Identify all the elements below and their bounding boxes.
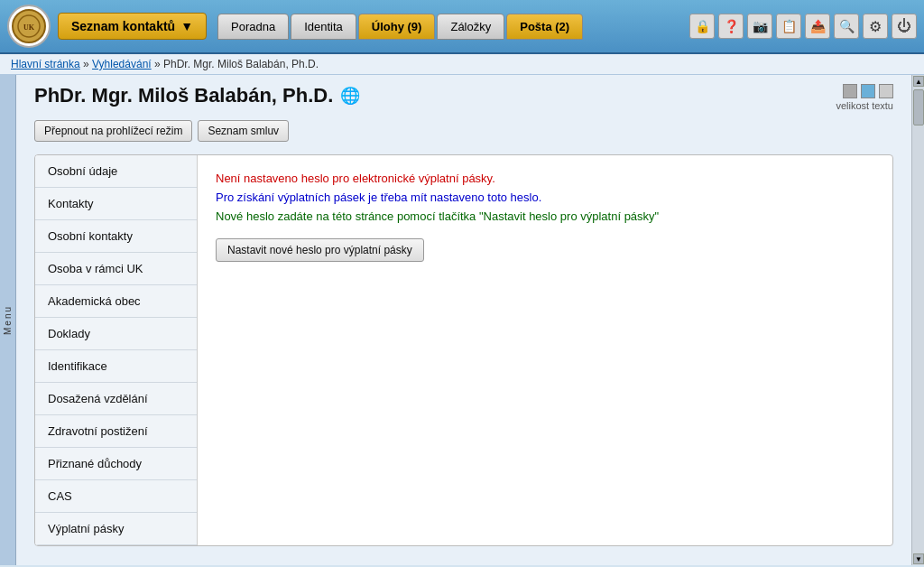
nav-item-zdravotni-postizeni[interactable]: Zdravotní postižení (35, 415, 197, 448)
search-icon[interactable]: 🔍 (834, 14, 859, 39)
tab-posta[interactable]: Pošta (2) (506, 14, 583, 40)
nav-item-kontakty[interactable]: Kontakty (35, 188, 197, 220)
header: UK Seznam kontaktů ▼ Poradna Identita Úl… (0, 0, 924, 54)
nav-item-osobni-kontakty[interactable]: Osobní kontakty (35, 220, 197, 253)
nav-item-doklady[interactable]: Doklady (35, 318, 197, 350)
nav-item-osoba-uk[interactable]: Osoba v rámci UK (35, 253, 197, 285)
gear-icon[interactable]: ⚙ (863, 14, 888, 39)
tab-identita[interactable]: Identita (291, 14, 356, 40)
set-password-button[interactable]: Nastavit nové heslo pro výplatní pásky (216, 238, 424, 262)
scrollbar-thumb[interactable] (913, 89, 924, 125)
right-content: Není nastaveno heslo pro elektronické vý… (198, 155, 892, 545)
menu-label: Seznam kontaktů (71, 19, 175, 33)
export-icon[interactable]: 📤 (805, 14, 830, 39)
browse-mode-button[interactable]: Přepnout na prohlížecí režim (34, 120, 192, 142)
nav-item-dosazena-vzdelani[interactable]: Dosažená vzdělání (35, 383, 197, 415)
text-size-small[interactable] (843, 84, 857, 98)
breadcrumb-search[interactable]: Vyhledávání (92, 58, 152, 70)
breadcrumb-sep1: » (80, 58, 92, 70)
clipboard-icon[interactable]: 📋 (776, 14, 801, 39)
page-title-row: PhDr. Mgr. Miloš Balabán, Ph.D. 🌐 veliko… (34, 84, 893, 111)
nav-item-osobni-udaje[interactable]: Osobní údaje (35, 155, 197, 188)
scrollbar-down[interactable]: ▼ (913, 553, 924, 564)
contract-list-button[interactable]: Seznam smluv (198, 120, 289, 142)
toolbar: Přepnout na prohlížecí režim Seznam smlu… (34, 120, 893, 142)
nav-item-vyplatni-pasky[interactable]: Výplatní pásky (35, 513, 197, 545)
side-menu-label: Menu (3, 305, 13, 335)
text-size-label: velikost textu (836, 100, 893, 111)
nav-item-akademicka-obec[interactable]: Akademická obec (35, 285, 197, 318)
lock-icon[interactable]: 🔒 (689, 14, 715, 39)
logo: UK (7, 5, 51, 48)
header-icons: 🔒 ❓ 📷 📋 📤 🔍 ⚙ ⏻ (689, 14, 917, 39)
main-content: PhDr. Mgr. Miloš Balabán, Ph.D. 🌐 veliko… (16, 75, 911, 565)
nav-item-priznane-duchody[interactable]: Přiznané důchody (35, 448, 197, 480)
left-nav: Osobní údaje Kontakty Osobní kontakty Os… (35, 155, 198, 545)
breadcrumb-home[interactable]: Hlavní stránka (11, 58, 80, 70)
tab-poradna[interactable]: Poradna (217, 14, 289, 40)
info-line1: Není nastaveno heslo pro elektronické vý… (216, 170, 874, 189)
info-line2: Pro získání výplatních pásek je třeba mí… (216, 189, 874, 208)
info-line3: Nové heslo zadáte na této stránce pomocí… (216, 208, 874, 227)
title-icon: 🌐 (340, 86, 360, 106)
menu-button[interactable]: Seznam kontaktů ▼ (58, 13, 207, 40)
content-panel: Osobní údaje Kontakty Osobní kontakty Os… (34, 154, 893, 546)
page-title-text: PhDr. Mgr. Miloš Balabán, Ph.D. (34, 84, 333, 107)
nav-tabs: Poradna Identita Úlohy (9) Záložky Pošta… (217, 14, 583, 40)
power-icon[interactable]: ⏻ (892, 14, 917, 39)
text-size-medium[interactable] (861, 84, 875, 98)
breadcrumb-current: PhDr. Mgr. Miloš Balabán, Ph.D. (163, 58, 319, 70)
text-size-large[interactable] (879, 84, 893, 98)
nav-item-identifikace[interactable]: Identifikace (35, 350, 197, 383)
content-area: Menu PhDr. Mgr. Miloš Balabán, Ph.D. 🌐 v… (0, 75, 924, 565)
tab-zalozky[interactable]: Záložky (437, 14, 504, 40)
text-size-controls (843, 84, 893, 98)
scrollbar-up[interactable]: ▲ (913, 76, 924, 87)
breadcrumb-sep2: » (152, 58, 163, 70)
svg-text:UK: UK (23, 23, 35, 32)
scrollbar[interactable]: ▲ ▼ (911, 75, 924, 565)
page-title: PhDr. Mgr. Miloš Balabán, Ph.D. 🌐 (34, 84, 360, 107)
tab-ukoly[interactable]: Úlohy (9) (358, 14, 436, 40)
menu-arrow: ▼ (180, 19, 193, 33)
nav-item-cas[interactable]: CAS (35, 480, 197, 513)
side-menu-toggle[interactable]: Menu (0, 75, 16, 565)
breadcrumb: Hlavní stránka » Vyhledávání » PhDr. Mgr… (0, 54, 924, 75)
help-icon[interactable]: ❓ (718, 14, 744, 39)
camera-icon[interactable]: 📷 (747, 14, 772, 39)
